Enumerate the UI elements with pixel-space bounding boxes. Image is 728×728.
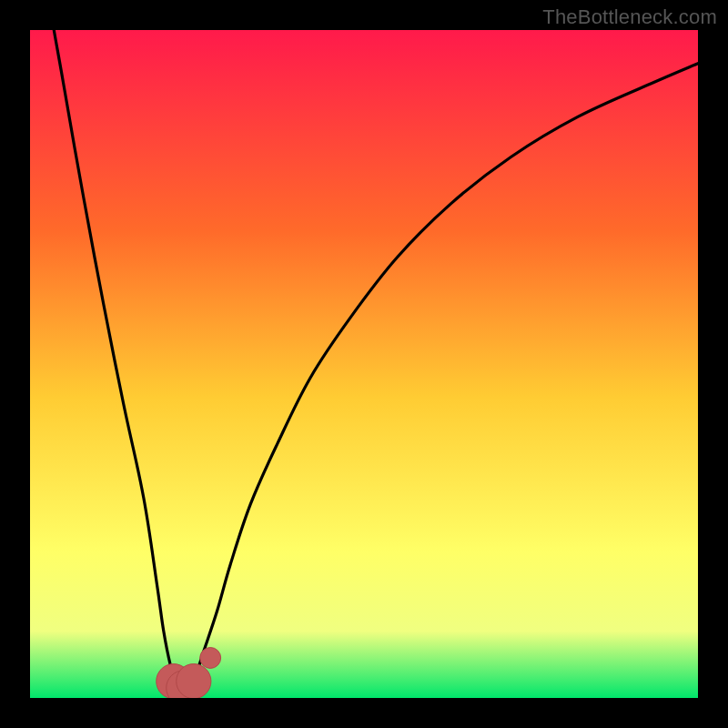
chart-canvas <box>30 30 698 698</box>
outer-frame: TheBottleneck.com <box>0 0 728 728</box>
min-region-right <box>177 664 211 698</box>
watermark-text: TheBottleneck.com <box>542 5 717 29</box>
gradient-background <box>30 30 698 698</box>
plot-area <box>30 30 698 698</box>
secondary-point <box>200 648 221 669</box>
